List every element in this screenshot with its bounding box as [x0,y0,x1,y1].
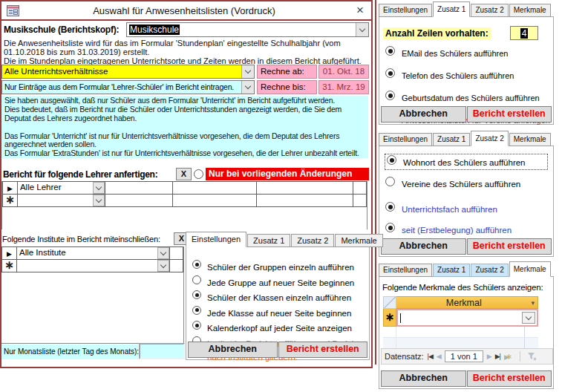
radio-option[interactable]: Jede Klasse auf neuer Seite beginnen [192,306,359,319]
radio-icon [385,223,395,232]
zusatz1-tabstrip: EinstellungenZusatz 1Zusatz 2Merkmale [379,1,552,17]
rechne-bis-value[interactable]: 31. Mrz. 19 [318,80,369,94]
zusatz2-tabstrip: EinstellungenZusatz 1Zusatz 2Merkmale [379,131,552,146]
radio-option[interactable]: Unterrichtsfach aufführen [385,202,547,215]
radio-icon [385,68,395,78]
tab[interactable]: Merkmale [509,261,551,277]
rechne-ab-value[interactable]: 01. Okt. 18 [318,65,369,79]
tab[interactable]: Merkmale [335,234,382,247]
institute-combo-value: Alle Institute [17,247,157,259]
create-report-button[interactable]: Bericht erstellen [467,106,552,122]
lehrer-combo[interactable]: Alle Lehrer [18,182,105,194]
institute-combo-new[interactable] [17,260,169,272]
radio-icon [385,177,395,186]
tab[interactable]: Zusatz 1 [433,133,470,146]
merkmale-panel: Folgende Merkmale des Schülers anzeigen:… [379,276,554,389]
zusatz2-panel: Wohnort des Schülers aufführen Vereine d… [379,146,554,257]
changes-only-banner[interactable]: Nur bei vorliegenden Änderungen [206,168,369,180]
school-combo[interactable]: Musikschule [126,22,369,37]
clear-lehrer-button[interactable]: X [176,168,192,180]
text-caret [400,313,401,323]
tab[interactable]: Zusatz 1 [247,234,290,247]
tab[interactable]: Zusatz 1 [433,1,470,17]
radio-option[interactable]: Telefon des Schülers aufführen [385,68,550,82]
dialog-titlebar: Auswahl für Anwesenheitslisten (Vordruck… [1,1,371,21]
school-label: Musikschule (Berichtskopf): [4,24,119,35]
record-position: 1 von 1 [445,350,483,362]
chevron-down-icon[interactable] [356,23,368,36]
radio-option[interactable]: seit (Erstbelegung) aufführen [385,223,547,236]
tab[interactable]: Merkmale [509,133,551,146]
chevron-down-icon[interactable] [241,81,254,94]
lehrer-combo-new[interactable] [18,195,105,206]
radio-option[interactable]: Vereine des Schülers aufführen [385,177,547,190]
new-record-icon: ∗ [4,258,14,271]
intro-text: Die Anwesenheitsliste wird für das im Fo… [4,39,369,65]
tab[interactable]: Zusatz 2 [471,131,508,146]
tab[interactable]: Einstellungen [379,4,432,17]
settings-tabstrip: EinstellungenZusatz 1Zusatz 2Merkmale [186,232,384,247]
tab[interactable]: Einstellungen [379,133,432,146]
first-record-button[interactable]: |◀ [428,353,433,360]
info-paragraph: Das Formular 'Unterricht' ist nur für Un… [4,132,365,150]
next-record-button[interactable]: ▶ [487,353,491,360]
radio-option[interactable]: Schüler der Klassen einzeln aufführen [192,290,359,304]
tab[interactable]: Einstellungen [379,264,432,277]
create-report-button[interactable]: Bericht erstellen [278,342,368,358]
merkmal-input[interactable] [396,309,538,327]
create-report-button[interactable]: Bericht erstellen [467,238,552,255]
unterricht-filter-combo[interactable]: Alle Unterrichtsverhältnisse [1,65,255,79]
radio-option[interactable]: EMail des Schülers aufführen [385,46,550,59]
radio-icon [385,91,395,100]
chevron-down-icon[interactable] [93,195,105,206]
chevron-down-icon[interactable] [93,182,105,194]
rows-keep-label: Anzahl Zeilen vorhalten: [383,27,491,39]
radio-option[interactable]: Kalenderkopf auf jeder Seite anzeigen [192,321,359,334]
new-record-button[interactable]: ▶∗ [504,352,512,362]
radio-option[interactable]: Jede Gruppe auf neuer Seite beginnen [192,275,359,289]
radio-icon [385,46,395,56]
filter-icon[interactable] [527,352,537,361]
radio-option[interactable]: Wohnort des Schülers aufführen [385,154,547,169]
radio-option[interactable]: Schüler der Gruppen einzeln aufführen [192,260,359,273]
chevron-down-icon[interactable] [241,65,254,78]
radio-icon [192,260,201,269]
dialog-edge-divider [375,0,376,365]
unterricht-filter-value: Alle Unterrichtsverhältnisse [2,65,241,78]
tab[interactable]: Einstellungen [186,232,246,247]
monatsliste-input[interactable] [139,343,185,359]
chevron-down-icon[interactable] [522,312,535,324]
current-record-icon: ▶ [7,185,13,192]
table-row[interactable]: ∗ [2,260,183,272]
institute-table: ▶ Alle Institute ∗ [1,246,183,272]
cancel-button[interactable]: Abbrechen [381,106,466,122]
rows-keep-input[interactable]: 4 [510,26,538,40]
previous-record-button[interactable]: ◀ [437,353,441,360]
tab[interactable]: Zusatz 1 [433,264,470,277]
cancel-button[interactable]: Abbrechen [381,238,466,255]
lehrer-schueler-filter-combo[interactable]: Nur Einträge aus dem Formular 'Lehrer-Sc… [1,80,255,94]
chevron-down-icon[interactable] [157,260,169,272]
info-paragraph: Das Formular 'ExtraStunden' ist nur für … [4,149,365,158]
institute-combo[interactable]: Alle Institute [17,247,169,259]
grid-corner[interactable] [383,296,396,309]
changes-only-radio[interactable] [194,169,203,179]
create-report-button[interactable]: Bericht erstellen [467,370,552,387]
radio-icon [194,169,203,179]
last-record-button[interactable]: ▶| [495,353,500,360]
tab[interactable]: Merkmale [509,4,551,17]
table-row[interactable]: ▶ Alle Lehrer [3,182,367,195]
merkmal-column-header[interactable]: Merkmal ▾ [396,296,538,309]
tab[interactable]: Zusatz 2 [471,4,508,17]
radio-option[interactable]: Geburtsdatum des Schülers aufführen [385,91,550,104]
header-dropdown-icon[interactable]: ▾ [531,299,538,307]
tab[interactable]: Zusatz 2 [291,234,334,247]
table-row[interactable]: ∗ [3,195,367,207]
chevron-down-icon[interactable] [157,247,169,259]
dialog-title: Auswahl für Anwesenheitslisten (Vordruck… [19,5,349,16]
tab[interactable]: Zusatz 2 [471,264,508,277]
table-row[interactable]: ▶ Alle Institute [2,247,183,260]
cancel-button[interactable]: Abbrechen [188,342,278,358]
close-icon[interactable]: × [349,3,371,18]
cancel-button[interactable]: Abbrechen [381,370,466,387]
